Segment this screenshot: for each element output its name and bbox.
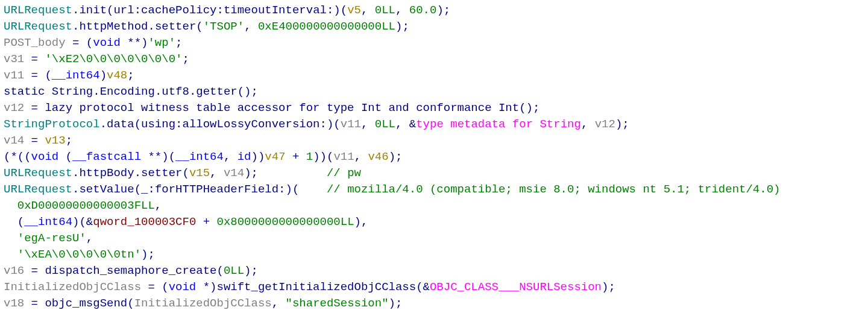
code-token: (& [416, 280, 430, 294]
code-token: = [24, 134, 45, 147]
code-token: ( [134, 183, 141, 196]
code-token: (); [237, 85, 258, 98]
code-line: URLRequest.init(url:cachePolicy:timeoutI… [4, 2, 864, 19]
code-token: v11 [4, 69, 24, 82]
code-line: URLRequest.httpMethod.setter('TSOP', 0xE… [4, 19, 864, 35]
code-token: qword_100003CF0 [93, 215, 196, 229]
code-token: using [141, 118, 175, 131]
code-token: , [581, 118, 595, 131]
code-token: id [237, 150, 251, 163]
code-token: ) [100, 69, 107, 82]
code-token: '\xEA\0\0\0\0\0tn' [17, 248, 141, 261]
code-token: v47 [265, 150, 285, 163]
code-token: 0LL [224, 264, 244, 277]
code-token: StringProtocol [4, 118, 100, 131]
code-token: 0xE400000000000000LL [258, 20, 395, 33]
code-token: 'wp' [148, 36, 175, 49]
code-token: URLRequest [4, 166, 72, 180]
code-token: ( [127, 297, 134, 310]
code-token: // mozilla/4.0 (compatible; msie 8.0; wi… [327, 183, 781, 196]
code-token: lazy protocol witness table accessor for… [45, 101, 519, 115]
code-token: v13 [45, 134, 65, 147]
code-token: v11 [333, 150, 354, 163]
code-token: = [24, 101, 45, 115]
code-line: v18 = objc_msgSend(InitializedObjCClass,… [4, 296, 864, 310]
code-token: void [169, 280, 197, 294]
code-token: InitializedObjCClass [4, 280, 141, 294]
code-token: __int64 [52, 69, 100, 82]
code-token: ; [182, 52, 189, 66]
code-token: ); [615, 118, 629, 131]
code-token: forHTTPHeaderField [155, 183, 278, 196]
code-token: 'egA-resU' [17, 232, 86, 245]
code-token: v16 [4, 264, 24, 277]
code-token: objc_msgSend [45, 297, 127, 310]
code-token: // pw [327, 166, 361, 180]
code-token: void [31, 150, 59, 163]
code-token: , [395, 4, 409, 17]
code-token: , [361, 118, 375, 131]
code-token: , [354, 150, 368, 163]
code-token [4, 199, 17, 212]
code-token: "sharedSession" [286, 297, 389, 310]
code-token: httpBody [79, 166, 134, 180]
code-token: __int64 [175, 150, 224, 163]
code-token: url [113, 4, 134, 17]
code-line: StringProtocol.data(using:allowLossyConv… [4, 116, 864, 133]
code-line: v31 = '\xE2\0\0\0\0\0\0\0'; [4, 51, 864, 68]
code-token: ); [141, 248, 155, 261]
code-token: __fastcall [72, 150, 141, 163]
code-token: (*(( [4, 150, 31, 163]
code-token: + [286, 150, 306, 163]
code-token: timeoutInterval [224, 4, 327, 17]
code-token: = [24, 52, 45, 66]
code-token: ( [107, 4, 113, 17]
code-token: 0LL [375, 4, 395, 17]
code-token: : [175, 118, 182, 131]
code-token: ( [4, 215, 24, 229]
code-token: URLRequest [4, 183, 72, 196]
code-token: v14 [224, 166, 244, 180]
code-token: ; [66, 134, 72, 147]
code-line: POST_body = (void **)'wp'; [4, 35, 864, 51]
code-token: getter [196, 85, 237, 98]
code-token: . [155, 85, 162, 98]
code-token: = ( [24, 69, 52, 82]
code-block: URLRequest.init(url:cachePolicy:timeoutI… [0, 0, 868, 310]
code-token: . [148, 20, 154, 33]
code-token: data [107, 118, 134, 131]
code-token: v12 [595, 118, 615, 131]
code-line: 'egA-resU', [4, 230, 864, 247]
code-token: + [196, 215, 216, 229]
code-token: v15 [189, 166, 210, 180]
code-token: httpMethod [79, 20, 148, 33]
code-token: ))( [313, 150, 333, 163]
code-token: OBJC_CLASS___NSURLSession [430, 280, 602, 294]
code-token: allowLossyConversion [182, 118, 319, 131]
code-line: '\xEA\0\0\0\0\0tn'); [4, 247, 864, 263]
code-token: v12 [4, 101, 24, 115]
code-token: = [24, 297, 45, 310]
code-token: , [244, 20, 258, 33]
code-token: = ( [66, 36, 93, 49]
code-token: InitializedObjCClass [134, 297, 272, 310]
code-token: , [224, 150, 237, 163]
code-token [4, 248, 17, 261]
code-token: ); [389, 297, 403, 310]
code-line: URLRequest.setValue(_:forHTTPHeaderField… [4, 182, 864, 198]
code-token: v18 [4, 297, 24, 310]
code-line: 0xD00000000000003FLL, [4, 198, 864, 214]
code-token [4, 232, 17, 245]
code-token: v5 [347, 4, 361, 17]
code-token: ( [134, 118, 141, 131]
code-token: cachePolicy [141, 4, 216, 17]
code-token [45, 85, 51, 98]
code-token: void [93, 36, 121, 49]
code-token: v46 [368, 150, 388, 163]
code-token: )) [251, 150, 265, 163]
code-token: = ( [141, 280, 169, 294]
code-token: ); [244, 264, 258, 277]
code-token: swift_getInitializedObjCClass [216, 280, 416, 294]
code-token: 60.0 [409, 4, 437, 17]
code-line: URLRequest.httpBody.setter(v15, v14); //… [4, 165, 864, 182]
